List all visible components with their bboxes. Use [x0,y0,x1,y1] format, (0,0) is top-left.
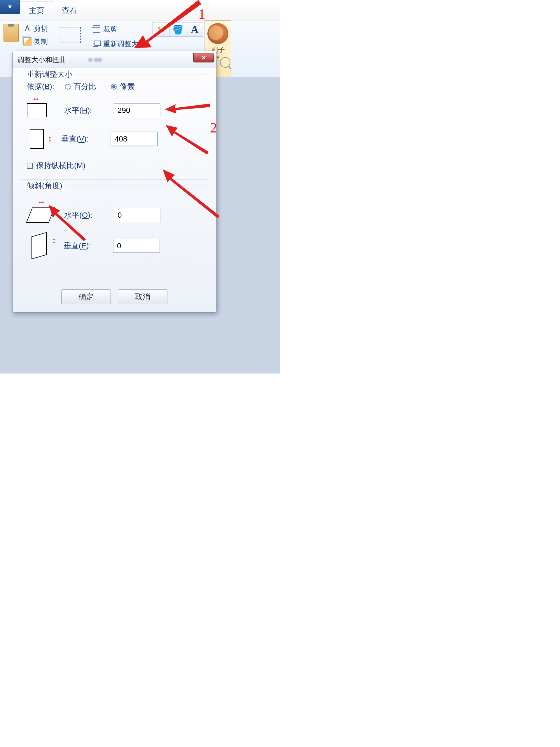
skew-horizontal-label: 水平(O): [64,210,114,220]
magnifier-icon[interactable] [220,57,231,68]
skew-fieldset: 倾斜(角度) 水平(O): 垂直(E): [21,186,208,272]
aspect-label: 保持纵横比(M) [36,160,85,171]
annotation-2: 2 [210,120,217,136]
resize-fieldset: 重新调整大小 依据(B): 百分比 像素 水平(H): [21,74,208,180]
scissors-icon [23,25,31,33]
pencil-icon: ✎ [158,25,165,35]
crop-label: 裁剪 [103,25,117,34]
paste-button[interactable] [3,24,19,42]
copy-label: 复制 [34,37,48,46]
resize-legend: 重新调整大小 [25,69,75,79]
close-button[interactable]: ✕ [193,53,214,62]
skew-legend: 倾斜(角度) [25,181,64,191]
crop-button[interactable]: 裁剪 [91,23,147,35]
app-menu-button[interactable]: ▾ [0,0,20,14]
skew-horizontal-input[interactable] [114,208,160,222]
dialog-title: 调整大小和扭曲 [17,55,66,65]
cut-label: 剪切 [34,24,48,33]
cancel-button[interactable]: 取消 [118,289,167,304]
copy-icon [23,37,31,46]
dialog-titlebar[interactable]: 调整大小和扭曲 ■ ■■ ✕ [12,51,216,68]
background-blur: ■ ■■ [88,56,102,63]
skew-vertical-label: 垂直(E): [63,241,113,251]
resize-button[interactable]: 重新调整大小 [91,38,147,50]
resize-horizontal-label: 水平(H): [64,105,114,115]
by-label: 依据(B): [27,81,65,92]
copy-button[interactable]: 复制 [21,35,50,47]
radio-icon [65,84,71,89]
tab-home[interactable]: 主页 [20,1,53,20]
chevron-down-icon: ▾ [8,3,12,11]
radio-percentage[interactable]: 百分比 [65,81,96,92]
radio-icon [111,84,117,89]
resize-horizontal-input[interactable] [114,103,160,117]
resize-vertical-label: 垂直(V): [61,134,111,144]
checkbox-icon [27,163,33,169]
text-tool[interactable]: A [186,22,203,37]
tab-view[interactable]: 查看 [53,1,86,20]
resize-icon [93,40,100,48]
skew-vertical-input[interactable] [113,239,160,253]
percent-label: 百分比 [74,81,96,92]
text-icon: A [191,23,198,35]
resize-vertical-input[interactable] [111,132,158,146]
ok-button[interactable]: 确定 [61,289,111,304]
ribbon-tab-bar: ▾ 主页 查看 [0,0,280,20]
horizontal-skew-icon [26,207,55,223]
radio-pixels[interactable]: 像素 [111,81,135,92]
bucket-icon: 🪣 [172,25,183,35]
close-icon: ✕ [201,54,206,61]
annotation-1: 1 [198,6,205,22]
cut-button[interactable]: 剪切 [21,23,50,34]
pixels-label: 像素 [119,81,135,92]
brush-icon [207,23,229,44]
resize-label: 重新调整大小 [103,39,145,48]
maintain-aspect-checkbox[interactable]: 保持纵横比(M) [27,160,202,171]
horizontal-size-icon [27,103,47,117]
vertical-skew-icon [31,232,47,259]
vertical-size-icon [30,129,44,149]
fill-tool[interactable]: 🪣 [169,22,186,37]
pencil-tool[interactable]: ✎ [153,22,169,37]
selection-tool-icon[interactable] [60,27,81,43]
crop-icon [93,25,100,33]
resize-skew-dialog: 调整大小和扭曲 ■ ■■ ✕ 重新调整大小 依据(B): 百分比 像素 [12,51,216,312]
